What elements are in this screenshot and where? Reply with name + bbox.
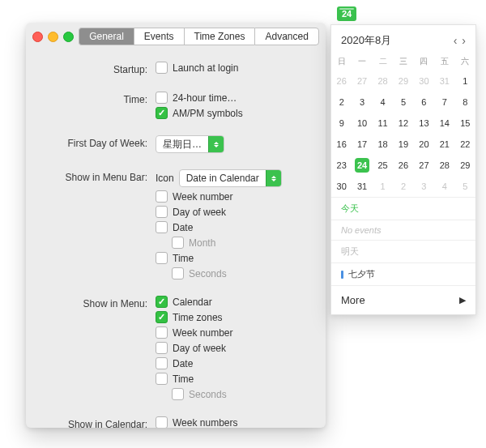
calendar-day[interactable]: 30 <box>414 70 434 92</box>
check-mb-day-of-week[interactable]: Day of week <box>156 206 311 218</box>
calendar-day[interactable]: 26 <box>393 155 413 176</box>
label-first-day: First Day of Week: <box>26 135 147 149</box>
calendar-day[interactable]: 29 <box>393 70 413 92</box>
calendar-day[interactable]: 28 <box>373 70 393 92</box>
check-m-seconds[interactable]: Seconds <box>172 388 311 400</box>
tab-events[interactable]: Events <box>134 28 184 45</box>
weekday-label: 日 <box>331 53 352 70</box>
check-label: Time zones <box>173 312 223 323</box>
tab-general[interactable]: General <box>79 28 134 45</box>
calendar-day[interactable]: 24 <box>352 155 372 176</box>
weekday-label: 三 <box>393 53 413 70</box>
calendar-day[interactable]: 27 <box>352 70 372 92</box>
checkbox-icon <box>172 267 184 279</box>
check-m-time[interactable]: Time <box>156 373 311 385</box>
calendar-day[interactable]: 29 <box>455 155 475 176</box>
calendar-day[interactable]: 1 <box>455 70 475 92</box>
calendar-day[interactable]: 16 <box>331 134 352 155</box>
calendar-day[interactable]: 3 <box>414 176 434 197</box>
calendar-day[interactable]: 30 <box>331 176 352 197</box>
check-label: Week number <box>173 191 232 203</box>
tab-time-zones[interactable]: Time Zones <box>184 28 255 45</box>
calendar-day[interactable]: 26 <box>331 70 352 92</box>
weekday-label: 一 <box>352 53 372 70</box>
no-events-text: No events <box>331 220 475 240</box>
check-m-time-zones[interactable]: Time zones <box>156 311 311 323</box>
close-icon[interactable] <box>32 32 43 42</box>
check-ampm[interactable]: AM/PM symbols <box>156 107 311 119</box>
event-item[interactable]: 七夕节 <box>331 262 475 285</box>
preferences-window: General Events Time Zones Advanced Start… <box>26 23 326 428</box>
label-menu-bar: Show in Menu Bar: <box>26 169 147 183</box>
checkbox-icon <box>156 252 168 264</box>
checkbox-icon <box>156 62 168 74</box>
select-menubar-icon[interactable]: Date in Calendar <box>179 169 282 187</box>
checkbox-icon <box>156 296 168 308</box>
calendar-day[interactable]: 11 <box>373 113 393 134</box>
label-startup: Startup: <box>26 62 147 75</box>
select-first-day[interactable]: 星期日… <box>156 135 224 153</box>
check-mb-seconds[interactable]: Seconds <box>172 267 311 279</box>
check-label: Date <box>173 222 193 233</box>
check-mb-date[interactable]: Date <box>156 221 311 233</box>
zoom-icon[interactable] <box>63 32 74 42</box>
checkbox-icon <box>156 107 168 119</box>
calendar-day[interactable]: 2 <box>393 176 413 197</box>
calendar-day[interactable]: 6 <box>414 92 434 113</box>
calendar-day[interactable]: 18 <box>373 134 393 155</box>
calendar-day[interactable]: 23 <box>331 155 352 176</box>
calendar-day[interactable]: 31 <box>352 176 372 197</box>
calendar-day[interactable]: 22 <box>455 134 475 155</box>
calendar-day[interactable]: 21 <box>434 134 454 155</box>
prev-month-button[interactable]: ‹ <box>454 34 458 47</box>
next-month-button[interactable]: › <box>462 34 466 47</box>
calendar-day[interactable]: 17 <box>352 134 372 155</box>
calendar-day[interactable]: 1 <box>373 176 393 197</box>
minimize-icon[interactable] <box>48 32 58 42</box>
calendar-day[interactable]: 9 <box>331 113 352 134</box>
tab-advanced[interactable]: Advanced <box>254 28 318 45</box>
check-cal-week-numbers[interactable]: Week numbers <box>156 416 311 428</box>
calendar-day[interactable]: 5 <box>455 176 475 197</box>
calendar-day[interactable]: 19 <box>393 134 413 155</box>
check-24-hour[interactable]: 24-hour time… <box>156 92 311 104</box>
calendar-day[interactable]: 14 <box>434 113 454 134</box>
calendar-day[interactable]: 12 <box>393 113 413 134</box>
check-label: Month <box>189 237 215 249</box>
check-mb-month[interactable]: Month <box>172 237 311 249</box>
menubar-calendar-icon[interactable]: 24 <box>337 6 356 21</box>
check-m-date[interactable]: Date <box>156 357 311 369</box>
label-menu: Show in Menu: <box>26 296 147 309</box>
calendar-day[interactable]: 5 <box>393 92 413 113</box>
weekday-label: 五 <box>434 53 454 70</box>
calendar-day[interactable]: 4 <box>434 176 454 197</box>
check-m-week-number[interactable]: Week number <box>156 326 311 339</box>
checkbox-icon <box>172 388 184 400</box>
calendar-day[interactable]: 3 <box>352 92 372 113</box>
calendar-day[interactable]: 4 <box>373 92 393 113</box>
calendar-day[interactable]: 20 <box>414 134 434 155</box>
calendar-day[interactable]: 7 <box>434 92 454 113</box>
more-button[interactable]: More ▶ <box>331 285 475 314</box>
titlebar: General Events Time Zones Advanced <box>26 23 326 50</box>
check-mb-week-number[interactable]: Week number <box>156 190 311 203</box>
checkbox-icon <box>156 221 168 233</box>
checkbox-icon <box>156 373 168 385</box>
tomorrow-heading: 明天 <box>331 240 475 262</box>
calendar-grid: 日一二三四五六 26272829303112345678910111213141… <box>331 53 475 197</box>
calendar-day[interactable]: 10 <box>352 113 372 134</box>
label-calendar-sec: Show in Calendar: <box>26 416 147 428</box>
check-m-calendar[interactable]: Calendar <box>156 296 311 308</box>
calendar-day[interactable]: 15 <box>455 113 475 134</box>
check-mb-time[interactable]: Time <box>156 252 311 264</box>
check-launch-at-login[interactable]: Launch at login <box>156 62 311 74</box>
calendar-day[interactable]: 28 <box>434 155 454 176</box>
event-title: 七夕节 <box>348 268 375 280</box>
calendar-day[interactable]: 8 <box>455 92 475 113</box>
calendar-day[interactable]: 25 <box>373 155 393 176</box>
check-m-day-of-week[interactable]: Day of week <box>156 342 311 354</box>
calendar-day[interactable]: 13 <box>414 113 434 134</box>
calendar-day[interactable]: 27 <box>414 155 434 176</box>
calendar-day[interactable]: 2 <box>331 92 352 113</box>
calendar-day[interactable]: 31 <box>434 70 454 92</box>
